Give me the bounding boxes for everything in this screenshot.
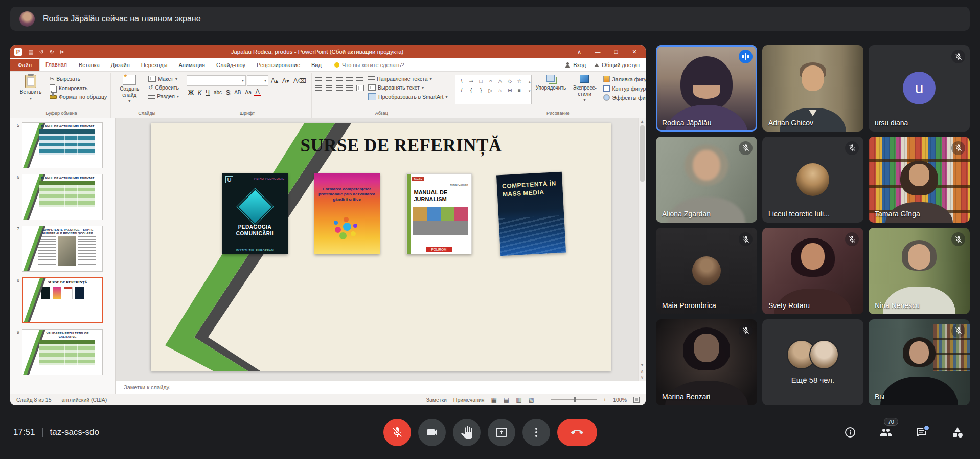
participant-tile[interactable]: Svety Rotaru	[762, 228, 863, 314]
clear-formatting-button[interactable]: А⌫	[292, 77, 308, 84]
tab-animations[interactable]: Анимация	[173, 59, 211, 71]
slide-canvas-area[interactable]: SURSE DE REFERINȚĂ U PSIHO-PEDAGOGIE PED…	[116, 118, 646, 381]
meeting-details-button[interactable]	[844, 426, 856, 439]
maximize-icon[interactable]: □	[607, 45, 625, 58]
zoom-slider[interactable]	[551, 399, 597, 400]
tell-me-box[interactable]: Что вы хотите сделать?	[334, 59, 404, 71]
scroll-up-icon[interactable]: ▲	[640, 119, 644, 124]
shape-house-icon[interactable]: ⌂	[498, 88, 502, 93]
close-icon[interactable]: ✕	[625, 45, 644, 58]
shape-star-icon[interactable]: ☆	[517, 78, 522, 84]
self-tile[interactable]: Вы	[869, 319, 970, 406]
align-left-icon[interactable]	[315, 85, 322, 91]
font-name-combo[interactable]: ▾	[187, 75, 246, 86]
tab-design[interactable]: Дизайн	[105, 59, 135, 71]
increase-indent-icon[interactable]	[346, 76, 353, 81]
layout-button[interactable]: Макет▾	[148, 76, 179, 82]
start-slideshow-icon[interactable]: ⊳	[60, 49, 64, 55]
slide-thumbnail[interactable]: PLANUL DE ACTIUNI IMPLEMENTAT	[22, 122, 103, 168]
quick-styles-button[interactable]: Экспресс-стили ▾	[569, 73, 599, 102]
reading-view-icon[interactable]: ▥	[516, 396, 521, 403]
participant-tile[interactable]: Tamara Gînga	[869, 137, 970, 223]
underline-button[interactable]: Ч	[204, 89, 211, 96]
slide-thumbnail-selected[interactable]: SURSE DE REFERINȚĂ	[22, 277, 103, 323]
mic-toggle-button[interactable]	[383, 419, 411, 446]
columns-icon[interactable]	[356, 85, 364, 91]
vertical-scrollbar[interactable]: ▲ ▼ ∧ ∨	[638, 118, 646, 381]
participant-tile[interactable]: Rodica Jăpălău	[656, 45, 757, 132]
text-shadow-button[interactable]: S	[224, 89, 232, 96]
font-size-combo[interactable]: ▾	[247, 75, 268, 86]
slide-thumbnail[interactable]: VALIDAREA REZULTATELOR CALITATIVE	[22, 329, 103, 375]
present-button[interactable]	[488, 419, 515, 446]
shape-right-triangle-icon[interactable]: ▷	[489, 88, 493, 93]
convert-smartart-button[interactable]: Преобразовать в SmartArt▾	[368, 93, 447, 100]
participant-tile[interactable]: Adrian Ghicov	[762, 45, 863, 132]
quick-access-toolbar[interactable]: ▤ ↺ ↻ ⊳	[28, 49, 64, 55]
align-center-icon[interactable]	[326, 85, 332, 91]
shrink-font-button[interactable]: А▾	[281, 77, 291, 84]
minimize-icon[interactable]: —	[588, 45, 607, 58]
cut-button[interactable]: ✂Вырезать	[50, 76, 107, 82]
save-icon[interactable]: ▤	[28, 49, 33, 55]
participants-panel-button[interactable]: 70	[880, 426, 892, 439]
raise-hand-button[interactable]	[453, 419, 481, 446]
shape-effects-button[interactable]: Эффекты фигуры▾	[603, 94, 646, 101]
align-right-icon[interactable]	[336, 85, 343, 91]
shape-bracket2-icon[interactable]: }	[480, 88, 482, 93]
section-button[interactable]: Раздел▾	[148, 93, 179, 99]
comments-toggle[interactable]: Примечания	[453, 397, 485, 403]
slide-thumbnail[interactable]: PLANUL DE ACTIUNI IMPLEMENTAT	[22, 174, 103, 220]
line-spacing-icon[interactable]	[356, 76, 363, 81]
shape-rect-icon[interactable]: □	[480, 78, 483, 84]
zoom-in-icon[interactable]: +	[603, 397, 606, 403]
change-case-button[interactable]: Аа	[243, 90, 253, 95]
tab-view[interactable]: Вид	[306, 59, 327, 71]
tab-review[interactable]: Рецензирование	[251, 59, 306, 71]
tab-home[interactable]: Главная	[39, 58, 73, 71]
screenshare-tile[interactable]: P ▤ ↺ ↻ ⊳ Jăpălău Rodica, produs - Power…	[10, 45, 646, 405]
strikethrough-button[interactable]: abc	[212, 90, 223, 95]
previous-slide-icon[interactable]: ∧	[641, 369, 644, 374]
shape-line2-icon[interactable]: /	[461, 88, 463, 93]
normal-view-icon[interactable]: ▦	[491, 396, 496, 403]
end-call-button[interactable]	[557, 419, 597, 446]
shape-equal-icon[interactable]: ≡	[518, 88, 521, 93]
copy-button[interactable]: Копировать	[50, 84, 107, 91]
slide-thumbnail[interactable]: COMPETENTE VALORICE – ȘAPTE NUMERE ALE R…	[22, 226, 103, 272]
text-direction-button[interactable]: Направление текста▾	[368, 76, 447, 82]
shape-ellipse-icon[interactable]: ○	[489, 78, 492, 84]
more-options-button[interactable]	[522, 419, 550, 446]
language-indicator[interactable]: английский (США)	[62, 397, 107, 403]
shape-fill-button[interactable]: Заливка фигуры▾	[603, 76, 646, 82]
notes-pane[interactable]: Заметки к слайду.	[116, 381, 646, 394]
current-slide[interactable]: SURSE DE REFERINȚĂ U PSIHO-PEDAGOGIE PED…	[151, 123, 611, 371]
justify-icon[interactable]	[346, 85, 353, 91]
scrollbar-thumb[interactable]	[640, 125, 645, 182]
shape-triangle-icon[interactable]: △	[498, 78, 502, 84]
decrease-indent-icon[interactable]	[336, 76, 343, 81]
shape-outline-button[interactable]: Контур фигуры▾	[603, 85, 646, 92]
tab-transitions[interactable]: Переходы	[135, 59, 173, 71]
participant-tile[interactable]: u ursu diana	[869, 45, 970, 132]
shape-arrow-icon[interactable]: ⇒	[469, 78, 473, 84]
participant-tile[interactable]: Liceul teoretic Iuli...	[762, 137, 863, 223]
paste-button[interactable]: Вставить ▾	[16, 73, 45, 101]
align-text-button[interactable]: Выровнять текст▾	[368, 84, 447, 91]
more-participants-tile[interactable]: Ещё 58 чел.	[762, 319, 863, 406]
slideshow-view-icon[interactable]: ▧	[529, 396, 534, 403]
participant-tile[interactable]: Nina Nenescu	[869, 228, 970, 314]
numbering-icon[interactable]	[326, 76, 332, 81]
shape-bracket-icon[interactable]: {	[470, 88, 472, 93]
shape-plus-icon[interactable]: ⊞	[508, 88, 512, 93]
chat-panel-button[interactable]	[916, 426, 928, 439]
arrange-button[interactable]: Упорядочить	[536, 73, 565, 91]
shapes-gallery[interactable]: \ ⇒ □ ○ △ ◇ ☆ / { } ▷ ⌂ ⊞ ≡	[455, 75, 532, 104]
sign-in-button[interactable]: Вход	[565, 59, 586, 71]
italic-button[interactable]: К	[196, 89, 203, 96]
zoom-slider-thumb[interactable]	[574, 397, 576, 402]
shape-line-icon[interactable]: \	[461, 78, 463, 84]
grow-font-button[interactable]: А▴	[269, 77, 280, 84]
zoom-level[interactable]: 100%	[613, 397, 627, 403]
slide-thumbnails-panel[interactable]: 5 PLANUL DE ACTIUNI IMPLEMENTAT 6 PLANUL…	[10, 118, 116, 394]
